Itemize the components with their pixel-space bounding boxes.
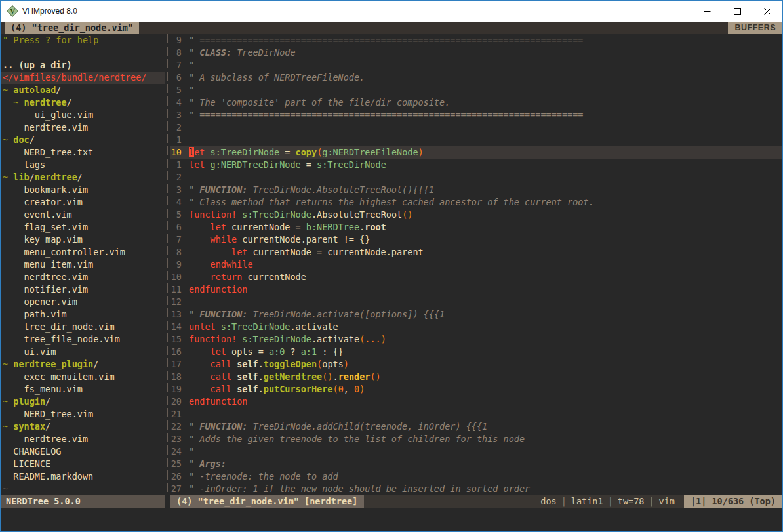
- tree-row[interactable]: flag_set.vim: [1, 221, 165, 234]
- tree-row[interactable]: ~ nerdtree/: [1, 96, 165, 109]
- line-number: 5: [170, 209, 189, 221]
- tree-row[interactable]: ui.vim: [1, 346, 165, 358]
- statusline-item: dos: [540, 496, 556, 506]
- tree-row[interactable]: CHANGELOG: [1, 445, 165, 458]
- tree-row[interactable]: nerdtree.vim: [1, 433, 165, 445]
- code-line[interactable]: 23" Adds the given treenode to the list …: [170, 433, 782, 445]
- code-line[interactable]: 24": [170, 445, 782, 458]
- code-line[interactable]: 6 let currentNode = b:NERDTree.root: [170, 221, 782, 234]
- code-line[interactable]: 7 while currentNode.parent != {}: [170, 234, 782, 246]
- code-text: " CLASS: TreeDirNode: [189, 47, 782, 59]
- tree-row[interactable]: NERD_tree.txt: [1, 146, 165, 159]
- tree-row[interactable]: exec_menuitem.vim: [1, 371, 165, 383]
- code-line[interactable]: 5": [170, 84, 782, 96]
- code-text: call self.getNerdtree().render(): [189, 371, 782, 383]
- minimize-button[interactable]: [692, 1, 722, 22]
- code-line-current[interactable]: 10let s:TreeDirNode = copy(g:NERDTreeFil…: [170, 146, 782, 159]
- code-text: " A subclass of NERDTreeFileNode.: [189, 72, 782, 84]
- tree-row[interactable]: .. (up a dir): [1, 59, 165, 72]
- tree-row[interactable]: LICENCE: [1, 458, 165, 470]
- code-text: " FUNCTION: TreeDirNode.AbsoluteTreeRoot…: [189, 184, 782, 196]
- code-line[interactable]: 26" -treenode: the node to add: [170, 470, 782, 483]
- maximize-button[interactable]: [722, 1, 752, 22]
- code-line[interactable]: 9" =====================================…: [170, 34, 782, 47]
- tree-row[interactable]: ~: [1, 483, 165, 495]
- code-text: let g:NERDTreeDirNode = s:TreeDirNode: [189, 159, 782, 171]
- code-line[interactable]: 1: [170, 134, 782, 146]
- code-line[interactable]: 5function! s:TreeDirNode.AbsoluteTreeRoo…: [170, 209, 782, 221]
- tree-row[interactable]: menu_item.vim: [1, 258, 165, 271]
- tree-row[interactable]: ui_glue.vim: [1, 109, 165, 121]
- line-number: 16: [170, 346, 189, 358]
- code-line[interactable]: 7": [170, 59, 782, 72]
- tree-row[interactable]: ~ doc/: [1, 134, 165, 146]
- code-line[interactable]: 4" The 'composite' part of the file/dir …: [170, 96, 782, 109]
- code-line[interactable]: 20endfunction: [170, 396, 782, 408]
- close-button[interactable]: [752, 1, 782, 22]
- code-line[interactable]: 8 let currentNode = currentNode.parent: [170, 246, 782, 258]
- tree-row[interactable]: event.vim: [1, 209, 165, 221]
- tree-row[interactable]: nerdtree.vim: [1, 121, 165, 134]
- tree-row[interactable]: ~ syntax/: [1, 420, 165, 433]
- code-line[interactable]: 17 call self.toggleOpen(opts): [170, 358, 782, 371]
- statusline-separator: |: [603, 496, 618, 506]
- code-line[interactable]: 27" -inOrder: 1 if the new node should b…: [170, 483, 782, 495]
- line-number: 9: [170, 34, 189, 47]
- code-line[interactable]: 12: [170, 296, 782, 308]
- tree-row[interactable]: fs_menu.vim: [1, 383, 165, 396]
- tree-row[interactable]: ~ autoload/: [1, 84, 165, 96]
- code-line[interactable]: 22" FUNCTION: TreeDirNode.addChild(treen…: [170, 420, 782, 433]
- tree-row[interactable]: ~ nerdtree_plugin/: [1, 358, 165, 371]
- line-number: 21: [170, 408, 189, 420]
- tree-row[interactable]: menu_controller.vim: [1, 246, 165, 258]
- line-number: 2: [170, 171, 189, 184]
- code-text: return currentNode: [189, 271, 782, 283]
- tree-row[interactable]: ~ plugin/: [1, 396, 165, 408]
- code-line[interactable]: 16 let opts = a:0 ? a:1 : {}: [170, 346, 782, 358]
- code-text: endwhile: [189, 258, 782, 271]
- code-line[interactable]: 25" Args:: [170, 458, 782, 470]
- code-text: [189, 121, 782, 134]
- code-line[interactable]: 13" FUNCTION: TreeDirNode.activate([opti…: [170, 308, 782, 321]
- tree-row[interactable]: creator.vim: [1, 196, 165, 209]
- tree-row[interactable]: ~ lib/nerdtree/: [1, 171, 165, 184]
- code-line[interactable]: 9 endwhile: [170, 258, 782, 271]
- code-line[interactable]: 2: [170, 171, 782, 184]
- code-line[interactable]: 2: [170, 121, 782, 134]
- tree-row[interactable]: opener.vim: [1, 296, 165, 308]
- code-line[interactable]: 15function! s:TreeDirNode.activate(...): [170, 333, 782, 346]
- tree-row[interactable]: notifier.vim: [1, 283, 165, 296]
- code-text: " FUNCTION: TreeDirNode.addChild(treenod…: [189, 420, 782, 433]
- code-line[interactable]: 19 call self.putCursorHere(0, 0): [170, 383, 782, 396]
- code-line[interactable]: 3" =====================================…: [170, 109, 782, 121]
- code-line[interactable]: 11endfunction: [170, 283, 782, 296]
- tree-row[interactable]: </vimfiles/bundle/nerdtree/: [1, 72, 165, 84]
- tree-row[interactable]: tags: [1, 159, 165, 171]
- code-line[interactable]: 1let g:NERDTreeDirNode = s:TreeDirNode: [170, 159, 782, 171]
- code-line[interactable]: 10 return currentNode: [170, 271, 782, 283]
- window-separator[interactable]: [165, 34, 170, 495]
- code-line[interactable]: 18 call self.getNerdtree().render(): [170, 371, 782, 383]
- code-line[interactable]: 4" Class method that returns the highest…: [170, 196, 782, 209]
- code-text: let opts = a:0 ? a:1 : {}: [189, 346, 782, 358]
- tree-row[interactable]: [1, 47, 165, 59]
- tree-row[interactable]: tree_dir_node.vim: [1, 321, 165, 333]
- line-number: 23: [170, 433, 189, 445]
- tree-row[interactable]: path.vim: [1, 308, 165, 321]
- code-line[interactable]: 3" FUNCTION: TreeDirNode.AbsoluteTreeRoo…: [170, 184, 782, 196]
- tree-row[interactable]: " Press ? for help: [1, 34, 165, 47]
- tree-row[interactable]: nerdtree.vim: [1, 271, 165, 283]
- code-line[interactable]: 6" A subclass of NERDTreeFileNode.: [170, 72, 782, 84]
- code-line[interactable]: 8" CLASS: TreeDirNode: [170, 47, 782, 59]
- tree-row[interactable]: tree_file_node.vim: [1, 333, 165, 346]
- line-number: 2: [170, 121, 189, 134]
- command-line[interactable]: [1, 508, 782, 531]
- tab-active-buffer[interactable]: (4) "tree_dir_node.vim": [5, 22, 139, 34]
- tree-row[interactable]: bookmark.vim: [1, 184, 165, 196]
- code-line[interactable]: 21: [170, 408, 782, 420]
- tree-row[interactable]: key_map.vim: [1, 234, 165, 246]
- statusline-fileinfo: dos|latin1|tw=78|vim: [364, 495, 684, 508]
- code-line[interactable]: 14unlet s:TreeDirNode.activate: [170, 321, 782, 333]
- tree-row[interactable]: NERD_tree.vim: [1, 408, 165, 420]
- tree-row[interactable]: README.markdown: [1, 470, 165, 483]
